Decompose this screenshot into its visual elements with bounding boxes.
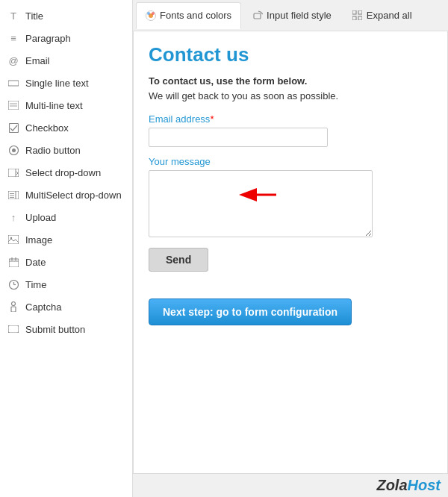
sidebar-label-image: Image xyxy=(25,234,52,246)
sidebar-label-title: Title xyxy=(25,10,43,22)
multiselect-icon xyxy=(7,189,19,201)
svg-rect-14 xyxy=(8,235,19,244)
sidebar-label-email: Email xyxy=(25,55,50,66)
svg-line-32 xyxy=(258,11,261,12)
brand-host: Host xyxy=(408,477,441,493)
upload-icon: ↑ xyxy=(7,211,19,223)
sidebar-item-upload[interactable]: ↑ Upload xyxy=(0,206,132,228)
tab-fonts-colors[interactable]: Fonts and colors xyxy=(136,2,241,29)
svg-rect-30 xyxy=(254,13,261,19)
sidebar-item-time[interactable]: Time xyxy=(0,273,132,296)
sidebar-label-select: Select drop-down xyxy=(25,167,101,178)
form-title: Contact us xyxy=(149,43,432,66)
time-icon xyxy=(7,278,19,290)
svg-rect-24 xyxy=(11,307,16,312)
fonts-colors-icon xyxy=(146,10,156,21)
date-icon xyxy=(7,256,19,268)
sidebar-label-submit: Submit button xyxy=(25,324,85,335)
sidebar-label-single-line: Single line text xyxy=(25,78,89,89)
checkbox-icon xyxy=(7,122,19,134)
form-description: To contact us, use the form below. We wi… xyxy=(149,74,432,103)
email-label: Email address* xyxy=(149,113,432,125)
svg-point-6 xyxy=(12,149,16,152)
sidebar-label-checkbox: Checkbox xyxy=(25,122,69,134)
form-desc-line2: We will get back to you as soon as possi… xyxy=(149,90,338,101)
paragraph-icon: ≡ xyxy=(7,32,19,44)
sidebar-item-single-line[interactable]: Single line text xyxy=(0,72,132,94)
sidebar-item-radio[interactable]: Radio button xyxy=(0,139,132,161)
brand-zola: Zola xyxy=(376,477,407,493)
brand-row: ZolaHost xyxy=(133,474,448,497)
svg-rect-34 xyxy=(358,10,362,14)
next-step-button[interactable]: Next step: go to form configuration xyxy=(149,298,352,325)
brand: ZolaHost xyxy=(376,477,441,494)
tab-bar: Fonts and colors Input field style Expan… xyxy=(133,0,448,31)
svg-rect-35 xyxy=(352,16,356,20)
svg-rect-16 xyxy=(9,259,19,267)
sidebar-item-select[interactable]: Select drop-down xyxy=(0,161,132,184)
sidebar-label-radio: Radio button xyxy=(25,145,81,156)
tab-input-style[interactable]: Input field style xyxy=(243,2,341,29)
radio-icon xyxy=(7,144,19,156)
sidebar-item-paragraph[interactable]: ≡ Paragraph xyxy=(0,27,132,49)
sidebar-label-paragraph: Paragraph xyxy=(25,33,71,44)
svg-point-29 xyxy=(152,12,155,15)
svg-rect-33 xyxy=(352,10,356,14)
email-input[interactable] xyxy=(149,128,328,147)
svg-point-28 xyxy=(147,12,150,15)
input-style-icon xyxy=(252,10,263,21)
expand-all-icon xyxy=(352,10,363,21)
title-icon: T xyxy=(7,10,19,22)
email-icon: @ xyxy=(7,54,19,66)
sidebar-label-date: Date xyxy=(25,257,46,268)
sidebar-item-date[interactable]: Date xyxy=(0,251,132,273)
svg-rect-9 xyxy=(8,191,19,199)
form-preview: Contact us To contact us, use the form b… xyxy=(133,31,448,474)
image-icon xyxy=(7,234,19,246)
send-button[interactable]: Send xyxy=(149,248,208,272)
sidebar-item-title[interactable]: T Title xyxy=(0,4,132,27)
sidebar-item-checkbox[interactable]: Checkbox xyxy=(0,116,132,139)
sidebar-label-captcha: Captcha xyxy=(25,301,61,313)
select-icon xyxy=(7,166,19,178)
sidebar-label-time: Time xyxy=(25,279,46,290)
svg-rect-1 xyxy=(8,101,19,110)
svg-rect-4 xyxy=(9,123,18,132)
next-step-row: Next step: go to form configuration xyxy=(149,298,432,325)
sidebar-item-captcha[interactable]: Captcha xyxy=(0,296,132,318)
submit-icon xyxy=(7,323,19,335)
sidebar-label-upload: Upload xyxy=(25,212,56,223)
tab-fonts-colors-label: Fonts and colors xyxy=(160,10,231,21)
sidebar: T Title ≡ Paragraph @ Email Single line … xyxy=(0,0,133,497)
svg-point-23 xyxy=(12,302,16,306)
sidebar-item-image[interactable]: Image xyxy=(0,228,132,251)
tab-expand-all[interactable]: Expand all xyxy=(343,2,422,29)
main-panel: Fonts and colors Input field style Expan… xyxy=(133,0,448,497)
sidebar-item-submit[interactable]: Submit button xyxy=(0,318,132,340)
svg-rect-36 xyxy=(358,16,362,20)
captcha-icon xyxy=(7,301,19,313)
svg-rect-25 xyxy=(8,325,19,333)
sidebar-item-multi-line[interactable]: Multi-line text xyxy=(0,94,132,116)
tab-input-style-label: Input field style xyxy=(267,10,332,21)
form-desc-line1: To contact us, use the form below. xyxy=(149,75,307,87)
single-line-icon xyxy=(7,77,19,89)
tab-expand-all-label: Expand all xyxy=(367,10,412,21)
sidebar-item-multiselect[interactable]: MultiSelect drop-down xyxy=(0,184,132,206)
sidebar-label-multiselect: MultiSelect drop-down xyxy=(25,190,122,201)
message-label: Your message xyxy=(149,156,432,167)
sidebar-item-email[interactable]: @ Email xyxy=(0,49,132,72)
svg-rect-0 xyxy=(8,81,19,86)
message-textarea[interactable] xyxy=(149,170,373,237)
multi-line-icon xyxy=(7,99,19,111)
sidebar-label-multi-line: Multi-line text xyxy=(25,100,83,111)
